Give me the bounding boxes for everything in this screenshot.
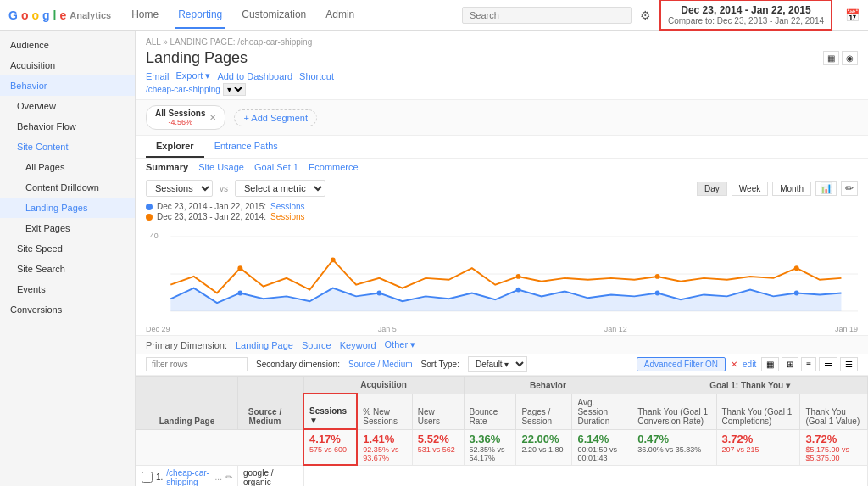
svg-text:40: 40 [150,232,159,240]
filter-view-icons: ▦ ⊞ ≡ ≔ ☰ [761,357,858,371]
nav-reporting[interactable]: Reporting [175,2,225,29]
row1-checkbox[interactable] [142,472,153,483]
sidebar-item-exit-pages[interactable]: Exit Pages [0,218,135,238]
svg-point-12 [516,274,521,279]
dim-other[interactable]: Other ▾ [385,339,416,350]
sidebar-item-site-search[interactable]: Site Search [0,259,135,279]
sub-tabs: Summary Site Usage Goal Set 1 Ecommerce [136,159,868,176]
chart-area: 40 [136,223,868,325]
data-table: Landing Page Source / Medium Acquisition… [136,376,868,486]
view-day-btn[interactable]: Day [697,182,727,196]
sort-type-select[interactable]: Default ▾ [468,356,527,372]
metric1-dropdown[interactable]: Sessions [146,180,213,197]
annotate-icon[interactable]: ✏ [841,181,858,196]
x-label-3: Jan 12 [604,325,627,333]
settings-icon[interactable]: ⚙ [640,8,651,22]
table-view-icon[interactable]: ▦ [823,51,839,65]
sidebar-item-all-pages[interactable]: All Pages [0,157,135,177]
summary-completions: 3.72% 207 vs 215 [716,429,800,465]
shortcut-btn[interactable]: Shortcut [299,70,334,81]
filter-edit-link[interactable]: edit [743,360,756,369]
sidebar-item-audience[interactable]: Audience [0,35,135,55]
dim-keyword[interactable]: Keyword [340,340,376,350]
view-table-btn[interactable]: ▦ [761,357,779,371]
sub-tab-ecommerce[interactable]: Ecommerce [309,162,359,172]
chart-controls-right: Day Week Month 📊 ✏ [697,181,858,196]
add-to-dashboard-btn[interactable]: Add to Dashboard [217,70,292,81]
sidebar-item-landing-pages[interactable]: Landing Pages [0,198,135,218]
view-list-btn[interactable]: ☰ [840,357,858,371]
row1-edit-icon[interactable]: ✏ [225,472,232,482]
col-sessions[interactable]: Sessions ▼ [303,394,357,429]
sidebar-item-events[interactable]: Events [0,279,135,299]
header-search[interactable] [462,7,632,24]
summary-pages: 22.00% 2.20 vs 1.80 [516,429,572,465]
row1-expand [303,465,867,486]
legend-item-1: Dec 23, 2014 - Jan 22, 2015: Sessions [146,202,858,211]
metric2-dropdown[interactable]: Select a metric [235,180,326,197]
sub-tab-summary[interactable]: Summary [146,162,188,172]
filter-clear-icon[interactable]: ✕ [731,360,737,369]
dim-landing-page[interactable]: Landing Page [236,340,293,350]
tab-explorer[interactable]: Explorer [146,136,204,158]
email-btn[interactable]: Email [146,70,170,81]
segment-close-icon[interactable]: ✕ [209,113,216,122]
col-goal-value[interactable]: Thank You (Goal 1 Value) [800,394,868,429]
sidebar-item-acquisition[interactable]: Acquisition [0,55,135,75]
dim-source[interactable]: Source [302,340,331,350]
sub-tab-site-usage[interactable]: Site Usage [198,162,244,172]
col-avg-session[interactable]: Avg. Session Duration [572,394,632,429]
sidebar-item-site-content[interactable]: Site Content [0,137,135,157]
row1-source: google / organic [237,465,292,486]
row1-landing-page-link[interactable]: /cheap-car-shipping [166,468,211,487]
export-btn[interactable]: Export ▾ [176,70,211,81]
sub-tab-goal-set[interactable]: Goal Set 1 [254,162,298,172]
nav-customization[interactable]: Customization [238,2,309,29]
tab-entrance-paths[interactable]: Entrance Paths [204,136,288,158]
nav-admin[interactable]: Admin [322,2,358,29]
svg-marker-4 [170,288,841,311]
all-sessions-segment[interactable]: All Sessions -4.56% ✕ [146,105,225,130]
col-source-medium: Source / Medium [237,377,292,430]
x-label-2: Jan 5 [378,325,397,333]
nav-home[interactable]: Home [128,2,162,29]
filter-active-badge: Advanced Filter ON [637,357,726,371]
sidebar-item-behavior[interactable]: Behavior [0,75,135,96]
sidebar-item-overview[interactable]: Overview [0,96,135,116]
view-compare-btn[interactable]: ≡ [801,357,816,371]
landing-path-select[interactable]: ▾ [223,83,246,96]
date-range-box[interactable]: Dec 23, 2014 - Jan 22, 2015 Compare to: … [659,0,832,31]
secondary-dim-value[interactable]: Source / Medium [348,360,413,369]
summary-goal-value: 3.72% $5,175.00 vs $5,375.00 [800,429,868,465]
calendar-icon[interactable]: 📅 [845,8,860,22]
ga-logo: Google Analytics [8,8,111,22]
chart-axis: Dec 29 Jan 5 Jan 12 Jan 19 [136,325,868,333]
col-new-users[interactable]: New Users [412,394,464,429]
filter-rows-input[interactable] [146,357,248,371]
summary-conv: 0.47% 36.00% vs 35.83% [632,429,716,465]
summary-label [136,429,304,465]
svg-point-8 [655,291,660,296]
view-term-btn[interactable]: ≔ [819,357,837,371]
sidebar-item-behavior-flow[interactable]: Behavior Flow [0,116,135,137]
chart-view-icon[interactable]: ◉ [842,51,858,65]
table-wrapper: Landing Page Source / Medium Acquisition… [136,376,868,486]
chart-type-icon[interactable]: 📊 [815,181,837,196]
add-segment-btn[interactable]: + Add Segment [234,109,317,126]
col-pages-session[interactable]: Pages / Session [516,394,572,429]
chart-controls: Sessions vs Select a metric Day Week Mon… [136,176,868,200]
legend-metric-2: Sessions [270,212,305,221]
app-header: Google Analytics Home Reporting Customiz… [0,0,868,31]
col-bounce-rate[interactable]: Bounce Rate [464,394,516,429]
col-conv-rate[interactable]: Thank You (Goal 1 Conversion Rate) [632,394,716,429]
view-pivot-btn[interactable]: ⊞ [782,357,798,371]
col-completions[interactable]: Thank You (Goal 1 Completions) [716,394,800,429]
svg-point-6 [377,291,382,296]
page-title: Landing Pages [146,49,248,67]
col-new-sessions[interactable]: % New Sessions [357,394,412,429]
sidebar-item-content-drilldown[interactable]: Content Drilldown [0,177,135,198]
sidebar-item-conversions[interactable]: Conversions [0,299,135,320]
view-week-btn[interactable]: Week [732,182,768,196]
view-month-btn[interactable]: Month [772,182,811,196]
sidebar-item-site-speed[interactable]: Site Speed [0,238,135,259]
